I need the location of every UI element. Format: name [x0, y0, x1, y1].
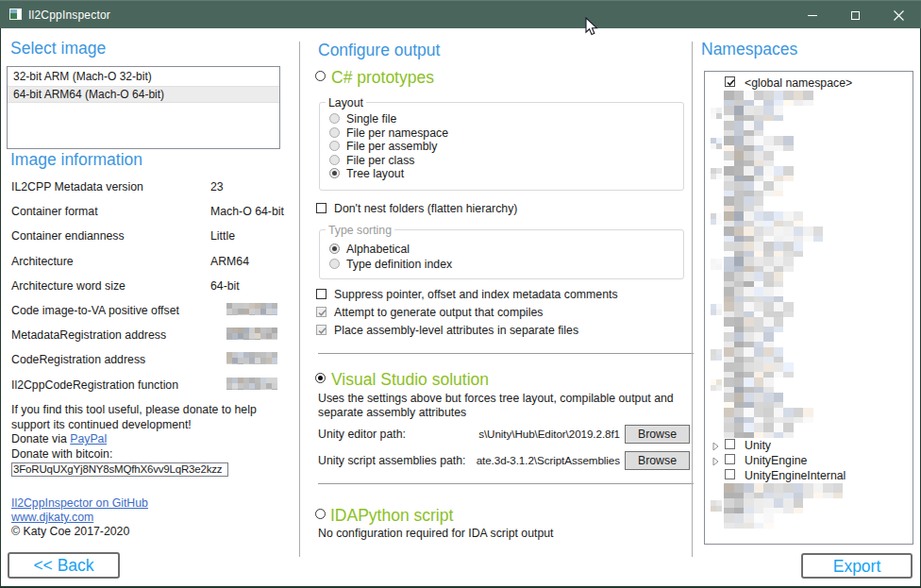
github-link[interactable]: Il2CppInspector on GitHub [11, 496, 148, 510]
visual-studio-title[interactable]: Visual Studio solution [331, 370, 489, 390]
namespace-item-censored[interactable] [705, 242, 913, 257]
namespace-item-censored[interactable] [705, 151, 913, 166]
suppress-label[interactable]: Suppress pointer, offset and index metad… [334, 288, 618, 301]
namespace-item-censored[interactable] [705, 272, 913, 287]
namespace-item-censored[interactable] [705, 393, 913, 408]
unity-assemblies-browse-button[interactable]: Browse [625, 451, 690, 470]
global-namespace-checkbox[interactable] [725, 76, 735, 87]
info-label: IL2CPP Metadata version [11, 180, 143, 193]
namespace-item-censored[interactable] [705, 317, 913, 332]
export-button[interactable]: Export [801, 553, 913, 579]
namespace-label[interactable]: UnityEngineInternal [745, 469, 846, 482]
separate-attributes-checkbox[interactable] [316, 325, 327, 335]
minimize-button[interactable] [791, 1, 834, 29]
unity-editor-path-value[interactable]: s\Unity\Hub\Editor\2019.2.8f1 [378, 428, 620, 440]
dont-nest-label[interactable]: Don't nest folders (flatten hierarchy) [334, 202, 517, 215]
info-label: Architecture word size [11, 279, 126, 293]
titlebar[interactable]: Il2CppInspector [0, 0, 921, 28]
separate-attributes-label[interactable]: Place assembly-level attributes in separ… [334, 324, 578, 337]
layout-option-radio[interactable] [329, 127, 340, 138]
namespace-item-censored[interactable] [705, 121, 913, 136]
namespace-label[interactable]: Unity [745, 439, 771, 452]
namespace-item-censored[interactable] [705, 362, 913, 378]
namespace-item-global[interactable]: <global namespace> [705, 76, 913, 91]
csharp-prototypes-radio[interactable] [315, 71, 326, 81]
namespace-item-censored[interactable] [705, 181, 913, 196]
namespace-item[interactable]: Unity [705, 438, 913, 453]
window-content: Select image 32-bit ARM (Mach-O 32-bit) … [1, 28, 920, 586]
namespace-item[interactable]: UnityEngineInternal [705, 468, 913, 483]
namespace-item-censored[interactable] [705, 483, 913, 498]
donate-text: If you find this tool useful, please don… [11, 403, 257, 462]
donate-via-text: Donate via [11, 432, 70, 445]
type-sorting-label[interactable]: Alphabetical [346, 243, 410, 256]
namespaces-listbox: <global namespace>UnityUnityEngineUnityE… [704, 71, 913, 545]
expander-icon[interactable] [712, 456, 721, 465]
namespace-item[interactable]: UnityEngine [705, 453, 913, 468]
info-value-censored [226, 303, 282, 315]
namespace-item-censored[interactable] [705, 196, 913, 211]
info-row: Architecture word size64-bit [11, 279, 285, 293]
type-sorting-radio[interactable] [329, 259, 340, 269]
namespace-item-censored[interactable] [705, 257, 913, 272]
website-link[interactable]: www.djkaty.com [11, 511, 93, 524]
namespace-item-censored[interactable] [705, 91, 913, 106]
idapython-radio[interactable] [315, 509, 326, 519]
namespace-item-censored[interactable] [705, 513, 913, 529]
info-value: 64-bit [210, 279, 240, 293]
layout-option-label[interactable]: File per namespace [346, 126, 448, 140]
global-namespace-label[interactable]: <global namespace> [745, 76, 852, 90]
namespaces-header: Namespaces [701, 40, 797, 59]
csharp-prototypes-title[interactable]: C# prototypes [331, 68, 434, 88]
namespace-checkbox[interactable] [725, 454, 735, 464]
image-list-item[interactable]: 32-bit ARM (Mach-O 32-bit) [8, 69, 279, 86]
type-sorting-radio[interactable] [329, 244, 340, 254]
layout-option-radio[interactable] [329, 113, 340, 124]
attempt-compile-label[interactable]: Attempt to generate output that compiles [334, 306, 543, 319]
namespace-item-censored[interactable] [705, 302, 913, 317]
layout-option-label[interactable]: Single file [346, 112, 396, 126]
image-list-item-selected[interactable]: 64-bit ARM64 (Mach-O 64-bit) [8, 86, 279, 103]
paypal-link[interactable]: PayPal [70, 432, 107, 445]
namespace-item-censored[interactable] [705, 332, 913, 347]
maximize-icon [851, 11, 860, 20]
layout-option-label[interactable]: File per assembly [346, 140, 437, 153]
close-button[interactable] [878, 1, 921, 29]
namespace-checkbox[interactable] [725, 439, 735, 449]
namespace-item-censored[interactable] [705, 287, 913, 302]
info-value-censored [226, 352, 282, 364]
namespace-item-censored[interactable] [705, 227, 913, 242]
namespace-item-censored[interactable] [705, 136, 913, 151]
namespace-checkbox[interactable] [725, 469, 735, 479]
visual-studio-radio[interactable] [315, 373, 326, 383]
unity-editor-browse-button[interactable]: Browse [625, 425, 690, 444]
info-row: Container endiannessLittle [11, 229, 285, 243]
info-value-censored [226, 328, 282, 340]
back-button[interactable]: << Back [8, 552, 120, 579]
type-sorting-label[interactable]: Type definition index [346, 258, 452, 271]
unity-assemblies-path-value[interactable]: ate.3d-3.1.2\ScriptAssemblies [378, 454, 620, 466]
suppress-checkbox[interactable] [316, 289, 327, 299]
namespace-item-censored[interactable] [705, 423, 913, 438]
namespace-item-censored[interactable] [705, 106, 913, 121]
layout-option-radio[interactable] [329, 155, 340, 165]
namespace-item-censored[interactable] [705, 378, 913, 393]
expander-icon[interactable] [712, 441, 721, 450]
attempt-compile-checkbox[interactable] [316, 307, 327, 317]
info-row: Code image-to-VA positive offset [11, 304, 285, 317]
image-information-header: Image information [10, 150, 142, 170]
layout-option-label[interactable]: File per class [346, 154, 414, 167]
dont-nest-checkbox[interactable] [316, 203, 327, 213]
namespace-item-censored[interactable] [705, 166, 913, 181]
namespace-item-censored[interactable] [705, 347, 913, 362]
namespace-item-censored[interactable] [705, 408, 913, 423]
namespace-item-censored[interactable] [705, 211, 913, 227]
idapython-title[interactable]: IDAPython script [330, 506, 453, 526]
maximize-button[interactable] [834, 1, 878, 29]
namespace-item-censored[interactable] [705, 498, 913, 513]
info-label: Container endianness [11, 229, 125, 243]
bitcoin-address-input[interactable]: 3FoRUqUXgYj8NY8sMQfhX6vv9LqR3e2kzz [11, 462, 228, 477]
namespace-label[interactable]: UnityEngine [745, 454, 807, 467]
layout-option-label[interactable]: Tree layout [346, 167, 404, 180]
info-label: MetadataRegistration address [11, 328, 166, 342]
